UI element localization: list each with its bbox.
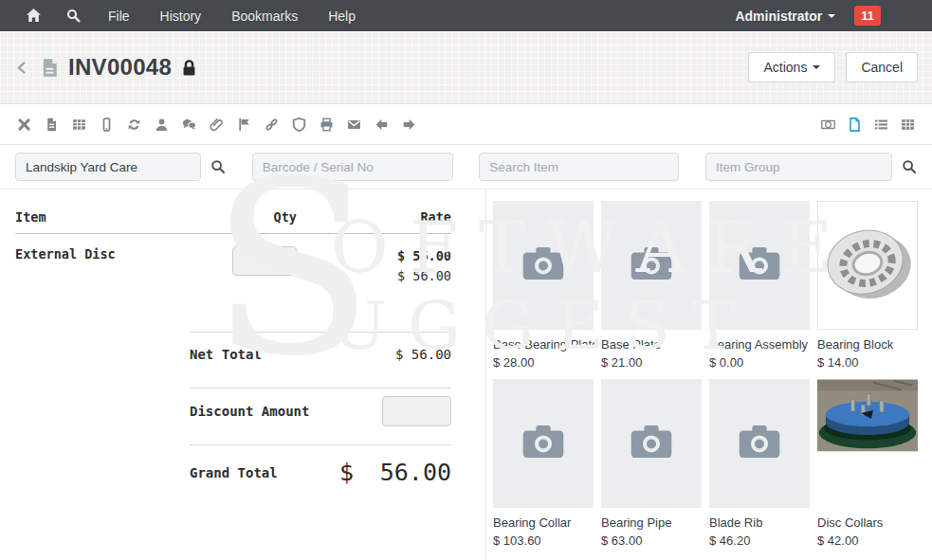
product-card[interactable]: Blade Rib$ 46.20 xyxy=(709,379,810,548)
discount-label: Discount Amount xyxy=(190,404,309,419)
menu-file[interactable]: File xyxy=(93,9,145,24)
search-item-input[interactable] xyxy=(479,153,679,181)
product-image xyxy=(709,201,810,330)
filter-bar xyxy=(0,145,932,190)
toolbar-left xyxy=(17,117,416,132)
camera-icon xyxy=(521,424,565,463)
camera-icon xyxy=(521,245,565,285)
invoice-panel: Item Qty Rate External Disc $ 56.00 $ 56… xyxy=(0,190,486,560)
product-name: Disc Collars xyxy=(817,515,918,530)
grid-view-icon[interactable] xyxy=(901,117,915,132)
grand-total-amount: 56.00 xyxy=(380,459,451,486)
product-card[interactable]: Bearing Pipe$ 63.00 xyxy=(601,379,702,548)
mobile-icon[interactable] xyxy=(100,117,114,132)
arrow-left-icon[interactable] xyxy=(375,117,389,132)
delete-icon[interactable] xyxy=(17,117,31,132)
product-grid: Base Bearing Plate$ 28.00Base Plate$ 21.… xyxy=(486,190,932,560)
product-card[interactable]: Bearing Block$ 14.00 xyxy=(817,201,918,370)
customer-search-icon[interactable] xyxy=(210,159,226,174)
email-icon[interactable] xyxy=(347,117,361,132)
product-price: $ 0.00 xyxy=(709,355,810,370)
product-name: Bearing Pipe xyxy=(601,515,702,530)
product-price: $ 14.00 xyxy=(817,355,918,370)
product-image xyxy=(493,201,594,330)
net-total-label: Net Total xyxy=(190,347,262,362)
camera-icon xyxy=(738,424,781,463)
product-name: Bearing Block xyxy=(817,337,918,352)
product-name: Bearing Collar xyxy=(493,515,594,530)
user-icon[interactable] xyxy=(155,117,169,132)
product-card[interactable]: Disc Collars$ 42.00 xyxy=(817,379,918,548)
top-navbar: File History Bookmarks Help Administrato… xyxy=(0,0,932,31)
list-view-icon[interactable] xyxy=(874,117,888,132)
product-card[interactable]: Bearing Collar$ 103.60 xyxy=(493,379,594,548)
grand-total-currency: $ xyxy=(339,459,354,486)
chevron-down-icon xyxy=(828,14,835,18)
user-menu-label: Administrator xyxy=(735,9,822,24)
quantity-input[interactable] xyxy=(232,246,297,276)
product-card[interactable]: Bearing Assembly$ 0.00 xyxy=(709,201,810,370)
lock-icon xyxy=(180,59,198,77)
menu-history[interactable]: History xyxy=(145,9,217,24)
table-icon[interactable] xyxy=(72,117,86,132)
product-image xyxy=(709,379,810,508)
net-total-row: Net Total $ 56.00 xyxy=(190,332,451,388)
navbar-search-icon[interactable] xyxy=(54,9,93,23)
item-group-search-icon[interactable] xyxy=(902,159,917,174)
product-image xyxy=(493,379,594,508)
totals-section: Net Total $ 56.00 Discount Amount Grand … xyxy=(190,332,451,499)
camera-icon xyxy=(738,245,781,285)
product-price: $ 42.00 xyxy=(817,533,918,548)
link-icon[interactable] xyxy=(265,117,279,132)
column-rate: Rate xyxy=(297,209,451,225)
comments-icon[interactable] xyxy=(182,117,196,132)
product-price: $ 46.20 xyxy=(709,533,810,548)
actions-button-label: Actions xyxy=(763,60,807,75)
product-price: $ 21.00 xyxy=(601,355,702,370)
file-text-icon[interactable] xyxy=(45,117,59,132)
customer-input[interactable] xyxy=(15,153,201,181)
grand-total-row: Grand Total $ 56.00 xyxy=(190,444,451,499)
item-rate: $ 56.00 xyxy=(297,246,451,266)
money-view-icon[interactable] xyxy=(821,117,835,132)
flag-icon[interactable] xyxy=(237,117,251,132)
notification-badge[interactable]: 11 xyxy=(854,6,881,26)
navbar-right: Administrator 11 xyxy=(735,6,919,26)
product-name: Blade Rib xyxy=(709,515,810,530)
cancel-button[interactable]: Cancel xyxy=(846,52,918,82)
product-card[interactable]: Base Plate$ 21.00 xyxy=(601,201,702,370)
product-name: Base Plate xyxy=(601,337,702,352)
app-window: File History Bookmarks Help Administrato… xyxy=(0,0,932,560)
home-icon[interactable] xyxy=(13,8,54,24)
product-image xyxy=(817,379,918,508)
product-price: $ 63.00 xyxy=(601,533,702,548)
main-content: Item Qty Rate External Disc $ 56.00 $ 56… xyxy=(0,190,932,560)
attachment-icon[interactable] xyxy=(210,117,224,132)
toolbar-right xyxy=(821,117,915,132)
refresh-icon[interactable] xyxy=(127,117,141,132)
product-name: Bearing Assembly xyxy=(709,337,810,352)
menu-help[interactable]: Help xyxy=(313,9,371,24)
product-card[interactable]: Base Bearing Plate$ 28.00 xyxy=(493,201,594,370)
shield-icon[interactable] xyxy=(292,117,306,132)
arrow-right-icon[interactable] xyxy=(402,117,416,132)
discount-input[interactable] xyxy=(382,396,451,426)
grand-total-label: Grand Total xyxy=(190,465,278,480)
new-file-view-icon[interactable] xyxy=(848,117,862,132)
item-group-input[interactable] xyxy=(705,153,892,181)
menu-bookmarks[interactable]: Bookmarks xyxy=(216,9,313,24)
document-icon xyxy=(40,58,60,78)
column-qty: Qty xyxy=(181,209,297,225)
barcode-input[interactable] xyxy=(252,153,453,181)
toolbar xyxy=(0,104,932,145)
bearing-photo xyxy=(818,205,917,326)
back-icon[interactable] xyxy=(14,60,30,76)
grand-total-value: $ 56.00 xyxy=(339,459,451,486)
user-menu[interactable]: Administrator xyxy=(735,9,835,24)
product-image xyxy=(601,379,702,508)
camera-icon xyxy=(630,424,673,463)
print-icon[interactable] xyxy=(320,117,334,132)
actions-button[interactable]: Actions xyxy=(748,52,835,82)
disc-collars-photo xyxy=(817,379,918,456)
product-image xyxy=(817,201,918,330)
